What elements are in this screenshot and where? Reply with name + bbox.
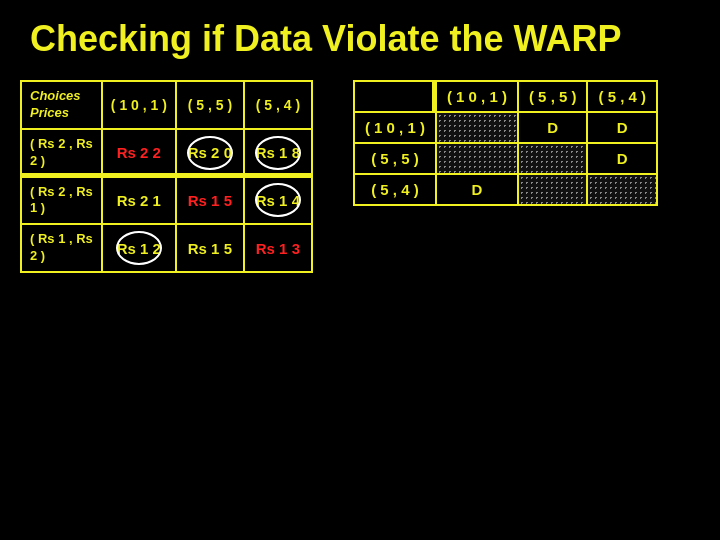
table-row: ( Rs 2 , Rs1 ) Rs 2 1 Rs 1 5 Rs 1 4 xyxy=(21,177,312,225)
row-header-1: ( Rs 2 , Rs2 ) xyxy=(21,129,102,177)
right-cell-2-2 xyxy=(518,143,588,174)
circled-value-1: Rs 2 0 xyxy=(188,144,232,161)
circled-value-4: Rs 1 2 xyxy=(117,240,161,257)
left-data-table: ChoicesPrices ( 1 0 , 1 ) ( 5 , 5 ) ( 5 … xyxy=(20,80,313,273)
horizontal-line xyxy=(20,173,313,176)
right-corner-cell xyxy=(354,81,436,112)
right-table-row: ( 1 0 , 1 ) D D xyxy=(354,112,657,143)
cell-1-1: Rs 2 2 xyxy=(102,129,176,177)
right-cell-3-3 xyxy=(587,174,657,205)
right-data-table: ( 1 0 , 1 ) ( 5 , 5 ) ( 5 , 4 ) ( 1 0 , … xyxy=(353,80,658,206)
right-col-header-2: ( 5 , 5 ) xyxy=(518,81,588,112)
right-table-wrapper: ( 1 0 , 1 ) ( 5 , 5 ) ( 5 , 4 ) ( 1 0 , … xyxy=(353,80,658,206)
content-area: ChoicesPrices ( 1 0 , 1 ) ( 5 , 5 ) ( 5 … xyxy=(0,70,720,283)
cell-3-3: Rs 1 3 xyxy=(244,224,312,272)
table-header-row: ChoicesPrices ( 1 0 , 1 ) ( 5 , 5 ) ( 5 … xyxy=(21,81,312,129)
right-table-row: ( 5 , 5 ) D xyxy=(354,143,657,174)
left-table-wrapper: ChoicesPrices ( 1 0 , 1 ) ( 5 , 5 ) ( 5 … xyxy=(20,80,313,273)
cell-3-2: Rs 1 5 xyxy=(176,224,244,272)
right-row-header-3: ( 5 , 4 ) xyxy=(354,174,436,205)
right-row-header-2: ( 5 , 5 ) xyxy=(354,143,436,174)
col-header-1: ( 1 0 , 1 ) xyxy=(102,81,176,129)
cell-3-1: Rs 1 2 xyxy=(102,224,176,272)
page-title: Checking if Data Violate the WARP xyxy=(0,0,720,70)
circled-value-3: Rs 1 4 xyxy=(256,192,300,209)
choices-prices-label: ChoicesPrices xyxy=(21,81,102,129)
right-cell-2-1 xyxy=(436,143,518,174)
cell-2-1: Rs 2 1 xyxy=(102,177,176,225)
right-header-row: ( 1 0 , 1 ) ( 5 , 5 ) ( 5 , 4 ) xyxy=(354,81,657,112)
right-cell-1-2: D xyxy=(518,112,588,143)
cell-2-2: Rs 1 5 xyxy=(176,177,244,225)
circled-value-2: Rs 1 8 xyxy=(256,144,300,161)
row-header-2: ( Rs 2 , Rs1 ) xyxy=(21,177,102,225)
right-cell-3-1: D xyxy=(436,174,518,205)
table-row: ( Rs 2 , Rs2 ) Rs 2 2 Rs 2 0 Rs 1 8 xyxy=(21,129,312,177)
right-col-header-3: ( 5 , 4 ) xyxy=(587,81,657,112)
col-header-2: ( 5 , 5 ) xyxy=(176,81,244,129)
cell-1-3: Rs 1 8 xyxy=(244,129,312,177)
right-table-row: ( 5 , 4 ) D xyxy=(354,174,657,205)
cell-1-2: Rs 2 0 xyxy=(176,129,244,177)
table-row: ( Rs 1 , Rs2 ) Rs 1 2 Rs 1 5 Rs 1 3 xyxy=(21,224,312,272)
right-cell-3-2 xyxy=(518,174,588,205)
right-col-header-1: ( 1 0 , 1 ) xyxy=(436,81,518,112)
row-header-3: ( Rs 1 , Rs2 ) xyxy=(21,224,102,272)
right-cell-2-3: D xyxy=(587,143,657,174)
cell-2-3: Rs 1 4 xyxy=(244,177,312,225)
right-cell-1-1 xyxy=(436,112,518,143)
right-cell-1-3: D xyxy=(587,112,657,143)
col-header-3: ( 5 , 4 ) xyxy=(244,81,312,129)
right-row-header-1: ( 1 0 , 1 ) xyxy=(354,112,436,143)
